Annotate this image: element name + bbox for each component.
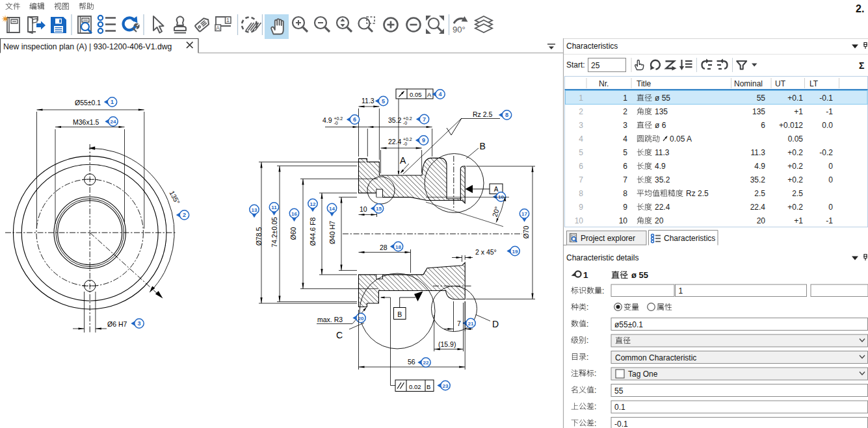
svg-text:22.4: 22.4 — [655, 203, 670, 212]
svg-text:2: 2 — [579, 107, 583, 116]
svg-text:20: 20 — [358, 316, 364, 321]
svg-text:2.: 2. — [856, 3, 864, 14]
svg-text:4: 4 — [623, 134, 627, 144]
svg-text:max. R3: max. R3 — [317, 316, 343, 323]
svg-text:0.05: 0.05 — [410, 91, 422, 98]
svg-text:A: A — [427, 91, 432, 98]
svg-text:ø 55: ø 55 — [631, 270, 648, 280]
svg-text:Ø40 H7: Ø40 H7 — [328, 221, 336, 244]
svg-text:35.2: 35.2 — [750, 175, 766, 184]
svg-text:ø 55: ø 55 — [655, 94, 670, 103]
svg-text:2: 2 — [623, 107, 627, 116]
svg-text:+1: +1 — [794, 216, 803, 225]
svg-text:8: 8 — [623, 189, 627, 198]
svg-text:A: A — [400, 155, 406, 166]
svg-text:20: 20 — [757, 216, 766, 225]
svg-text:135: 135 — [752, 107, 765, 116]
svg-text:-0: -0 — [403, 121, 407, 125]
svg-text::: : — [586, 303, 588, 312]
svg-text:4.9: 4.9 — [322, 116, 332, 124]
svg-text:4.9: 4.9 — [754, 162, 765, 171]
svg-text::: : — [594, 419, 596, 428]
svg-text:D: D — [492, 319, 499, 329]
svg-text::: : — [594, 402, 596, 411]
svg-text:7: 7 — [623, 175, 627, 184]
svg-text:+0.2: +0.2 — [787, 162, 803, 171]
svg-text:9: 9 — [422, 137, 425, 144]
svg-text:Characteristics: Characteristics — [664, 234, 715, 243]
svg-text:4.9: 4.9 — [655, 162, 666, 171]
svg-text:3: 3 — [623, 121, 627, 130]
svg-text:New inspection plan (A) | 930-: New inspection plan (A) | 930-1200-406-V… — [3, 42, 172, 51]
svg-text:0.02: 0.02 — [409, 383, 421, 390]
svg-text:3: 3 — [137, 320, 140, 327]
svg-text:11.3: 11.3 — [655, 148, 670, 157]
svg-text:1: 1 — [583, 270, 588, 280]
svg-text:7: 7 — [457, 320, 461, 327]
svg-text:13: 13 — [252, 207, 257, 213]
svg-text:11.3: 11.3 — [751, 148, 766, 157]
svg-text::: : — [594, 369, 596, 378]
svg-text:ø55±0.1: ø55±0.1 — [614, 320, 643, 329]
svg-text:25: 25 — [591, 61, 600, 70]
svg-text:22: 22 — [423, 360, 429, 366]
svg-text:7: 7 — [423, 116, 426, 123]
svg-text:0: 0 — [828, 175, 833, 184]
svg-text:55: 55 — [614, 386, 624, 396]
svg-text:22.4: 22.4 — [388, 138, 402, 145]
svg-text:A: A — [494, 186, 499, 193]
svg-text:16: 16 — [291, 211, 297, 217]
svg-text:C: C — [336, 330, 343, 340]
svg-text:+0.012: +0.012 — [779, 121, 803, 130]
svg-text:24: 24 — [111, 119, 116, 125]
svg-text:6: 6 — [579, 162, 583, 171]
svg-text:12: 12 — [310, 201, 316, 207]
svg-text:-1: -1 — [826, 107, 833, 116]
svg-text:Common Characteristic: Common Characteristic — [615, 353, 696, 362]
svg-text::: : — [602, 286, 604, 296]
svg-text::: : — [586, 336, 588, 345]
svg-text:8: 8 — [579, 189, 583, 198]
svg-text:35.2: 35.2 — [655, 175, 670, 184]
svg-text:+0.2: +0.2 — [787, 203, 803, 212]
svg-text:0.05 A: 0.05 A — [670, 134, 692, 144]
svg-text:ø 6: ø 6 — [655, 121, 666, 130]
svg-text:LT: LT — [809, 79, 819, 88]
svg-text:11.3: 11.3 — [362, 97, 375, 105]
svg-text:M36x1.5: M36x1.5 — [73, 118, 99, 126]
svg-text:10: 10 — [360, 205, 367, 213]
svg-text:4: 4 — [438, 91, 441, 97]
svg-text:5: 5 — [623, 148, 627, 157]
svg-text:2.5: 2.5 — [792, 189, 803, 198]
svg-text:6: 6 — [623, 162, 627, 171]
svg-text:55: 55 — [757, 94, 766, 103]
svg-text::: : — [594, 386, 596, 395]
svg-text:5: 5 — [579, 148, 583, 157]
svg-text:-0.1: -0.1 — [819, 94, 833, 103]
svg-text:Rz 2.5: Rz 2.5 — [473, 110, 493, 118]
svg-text:9: 9 — [623, 203, 627, 212]
svg-text:-0.2: -0.2 — [819, 148, 833, 157]
svg-text:0: 0 — [828, 203, 833, 212]
svg-text:+0.2: +0.2 — [334, 116, 343, 121]
svg-text:4: 4 — [579, 134, 583, 144]
svg-text:Nr.: Nr. — [599, 79, 609, 88]
svg-text:-0: -0 — [403, 142, 407, 146]
svg-text:B: B — [427, 383, 430, 390]
svg-text:7: 7 — [579, 175, 583, 184]
svg-text:74.2±0.05: 74.2±0.05 — [270, 217, 278, 247]
svg-text:Characteristic details: Characteristic details — [566, 253, 638, 262]
svg-text:-0: -0 — [334, 121, 337, 125]
svg-text:(15.9): (15.9) — [438, 340, 456, 348]
svg-text:19: 19 — [512, 249, 518, 255]
svg-text:22.4: 22.4 — [750, 203, 766, 212]
svg-text:B: B — [397, 310, 402, 318]
svg-text:A: A — [216, 25, 220, 31]
svg-text:B: B — [480, 141, 486, 151]
svg-text:1: 1 — [623, 94, 627, 103]
svg-text:10: 10 — [619, 216, 628, 225]
svg-text:0: 0 — [828, 162, 833, 171]
svg-text:18: 18 — [395, 244, 401, 250]
svg-text::: : — [586, 320, 588, 329]
svg-text:23: 23 — [443, 383, 449, 389]
